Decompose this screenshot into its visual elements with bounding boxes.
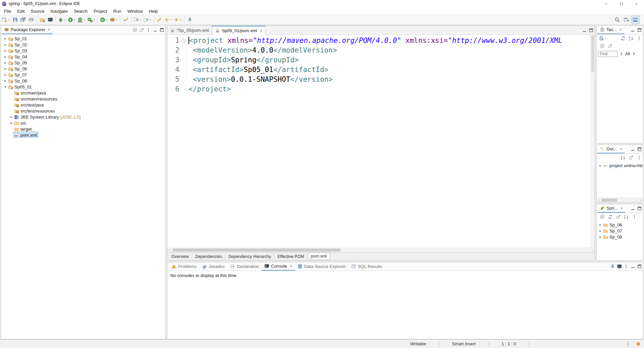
previous-annotation-button[interactable] [143,16,152,24]
new-wizard-button[interactable] [1,16,11,24]
tree-item-src-test-java[interactable]: src/test/java [1,102,165,108]
pom-tab-dependency-hierarchy[interactable]: Dependency Hierarchy [225,253,274,260]
expand-arrow-icon[interactable]: ▶ [3,79,8,82]
editor-hscrollbar[interactable] [167,248,595,252]
pom-tab-pom-xml[interactable]: pom.xml [308,253,330,260]
console-tab-declaration[interactable]: Declaration [227,262,262,271]
dropdown-arrow-icon[interactable] [83,17,86,22]
close-icon[interactable]: × [260,28,262,33]
hscroll-thumb[interactable] [173,249,340,252]
spring-explorer-tab[interactable]: Spri...× [597,204,625,213]
menu-project[interactable]: Project [91,7,110,15]
run-button[interactable] [67,16,77,24]
expand-arrow-icon[interactable]: ▶ [9,116,14,119]
menu-edit[interactable]: Edit [14,7,28,15]
new-task-button[interactable] [598,35,607,42]
scroll-right-icon[interactable] [638,198,643,203]
spring-project-sp-06[interactable]: ▶Sp_06 [597,222,643,228]
tree-item-src[interactable]: ▶src [1,120,165,126]
maximize-button[interactable] [637,147,642,152]
console-tab-javadoc[interactable]: @Javadoc [199,262,227,271]
link-with-editor-button[interactable] [139,27,144,32]
menu-window[interactable]: Window [124,7,146,15]
fold-marker[interactable]: − [181,36,186,46]
open-console-button[interactable] [617,264,622,269]
expand-arrow-icon[interactable]: ▶ [3,73,8,76]
collapse-all-button[interactable] [600,214,605,219]
expand-arrow-icon[interactable]: ▶ [3,49,8,52]
collapse-arrow-icon[interactable]: ▼ [3,85,8,88]
search-button[interactable] [613,16,621,24]
view-menu-button[interactable] [146,27,151,32]
maximize-button[interactable] [159,27,164,32]
tree-item-sp-05[interactable]: ▶JSp_05 [1,60,165,66]
link-with-editor-button[interactable] [629,155,634,160]
link-with-editor-button[interactable] [616,214,621,219]
save-all-button[interactable] [19,16,27,24]
code-line[interactable]: <artifactId>Sp05_01</artifactId> [189,65,590,75]
menu-search[interactable]: Search [71,7,91,15]
new-package-button[interactable] [109,16,119,24]
notification-icon[interactable] [636,342,641,346]
close-icon[interactable]: × [620,147,622,151]
outline-hscrollbar[interactable] [597,198,643,202]
minimize-button[interactable] [630,264,635,269]
debug-button[interactable] [57,16,67,24]
sort-az-button[interactable]: AZ [621,155,626,160]
task-find-input[interactable] [598,51,618,57]
tree-item-sp-06[interactable]: ▶JSp_06 [1,66,165,72]
next-annotation-button[interactable] [133,16,143,24]
expand-arrow-icon[interactable]: ▶ [3,43,8,46]
code-line[interactable]: </project> [189,84,590,94]
overflow-dots-icon[interactable] [626,342,631,346]
vscroll-thumb[interactable] [591,36,594,72]
pin-console-button[interactable] [610,264,615,269]
expand-arrow-icon[interactable]: ▶ [9,122,14,125]
maximize-button[interactable] [637,264,642,269]
new-java-project-button[interactable]: J [38,16,46,24]
print-button[interactable] [27,16,35,24]
menu-help[interactable]: Help [146,7,161,15]
menu-run[interactable]: Run [110,7,124,15]
expand-arrow-icon[interactable]: ▶ [3,37,8,40]
expand-arrow-icon[interactable]: ▶ [598,164,603,167]
expand-arrow-icon[interactable]: ▶ [3,67,8,70]
link-with-editor-button[interactable] [608,44,613,49]
console-tab-data-source-explorer[interactable]: Data Source Explorer [295,262,348,271]
code-line[interactable]: <project xmlns="http://maven.apache.org/… [189,36,590,46]
menu-file[interactable]: File [1,7,14,15]
minimize-button[interactable] [630,147,635,152]
dropdown-arrow-icon[interactable] [115,17,118,22]
editor-vscrollbar[interactable] [590,35,595,248]
view-menu-button[interactable] [637,36,642,41]
tree-item-sp-03[interactable]: ▶JSp_03 [1,48,165,54]
console-tab-problems[interactable]: Problems [169,262,199,271]
menu-source[interactable]: Source [28,7,47,15]
minimize-button[interactable] [630,206,635,211]
spring-project-sp-08[interactable]: ▶Sp_08 [597,234,643,240]
pin-editor-button[interactable] [186,16,194,24]
tree-item-sp-01[interactable]: ▶JSp_01 [1,36,165,42]
window-minimize-button[interactable] [599,0,614,7]
menu-navigate[interactable]: Navigate [48,7,71,15]
expand-arrow-icon[interactable]: ▶ [598,229,603,232]
editor-tab-sp05-01-pom-xml[interactable]: MSp05_01/pom.xml× [212,26,265,35]
task-list-tab[interactable]: Tas...× [597,26,624,34]
expand-arrow-icon[interactable]: ▶ [3,61,8,64]
sync-button[interactable] [621,36,626,41]
tree-item-sp-07[interactable]: ▶JSp_07 [1,72,165,78]
tree-item-sp-08[interactable]: ▶JSp_08 [1,78,165,84]
dropdown-arrow-icon[interactable] [7,17,10,22]
editor-content[interactable]: <project xmlns="http://maven.apache.org/… [186,35,590,248]
external-tools-button[interactable] [87,16,96,24]
task-scope-label[interactable]: All [625,52,630,56]
chevron-right-icon[interactable] [619,51,624,56]
close-icon[interactable]: × [620,27,622,32]
search-flashlight-button[interactable] [122,16,130,24]
package-explorer-tab[interactable]: Package Explorer× [2,26,53,34]
hscroll-thumb[interactable] [602,199,617,202]
dropdown-arrow-icon[interactable] [149,17,152,22]
tree-item-jre-system-library[interactable]: ▶JRE System Library[J2SE-1.5] [1,114,165,120]
forward-button[interactable] [173,16,183,24]
last-edit-location-button[interactable] [155,16,163,24]
